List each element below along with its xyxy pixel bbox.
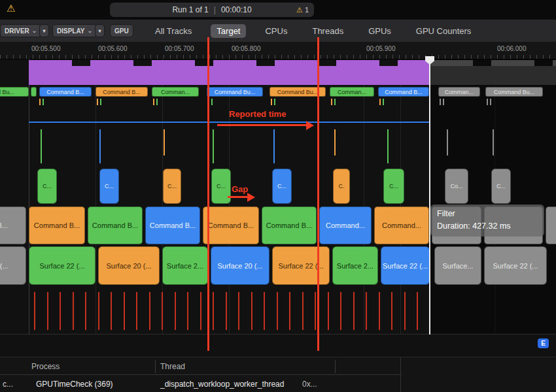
command-buffer-clip[interactable]: Command B... (378, 87, 429, 97)
timeline[interactable]: 00:05.50000:05.60000:05.70000:05.80000:0… (0, 42, 556, 357)
surface-clip[interactable]: Surface 20 (... (98, 246, 160, 285)
encoder-clip[interactable]: C... (383, 169, 404, 204)
command-buffer-clip[interactable]: Command B... (203, 206, 259, 244)
tab-gpu-counters[interactable]: GPU Counters (410, 24, 478, 38)
column-divider[interactable] (155, 360, 156, 373)
display-dropdown[interactable]: DISPLAY ⌄ (52, 24, 97, 37)
track-display-vsync[interactable] (0, 60, 556, 85)
truncated-cell: c... (3, 380, 13, 389)
timeline-ruler[interactable]: 00:05.50000:05.60000:05.70000:05.80000:0… (0, 42, 556, 59)
surface-clip[interactable]: e 20 (... (0, 246, 26, 285)
column-divider[interactable] (335, 360, 336, 373)
command-buffer-clip[interactable]: Command... (319, 206, 372, 244)
command-buffer-clip[interactable] (31, 87, 37, 97)
surface-clip[interactable]: Surface 22 (... (29, 246, 96, 285)
micro-tick (97, 99, 98, 105)
track-vsync-markers[interactable] (0, 292, 556, 330)
encoder-clip[interactable]: C... (211, 169, 231, 204)
driver-dropdown[interactable]: DRIVER ⌄ (0, 24, 41, 37)
tab-all-tracks[interactable]: All Tracks (149, 24, 198, 38)
encoder-clip-label: C... (105, 183, 114, 189)
tab-target[interactable]: Target (211, 24, 246, 38)
surface-clip-label: Surface 20 (... (217, 262, 262, 270)
encoder-clip[interactable]: Co... (445, 169, 468, 204)
driver-options-button[interactable]: ▾ (39, 24, 49, 37)
command-buffer-clip[interactable]: Command B... (145, 206, 200, 244)
command-buffer-clip[interactable]: Comman... (330, 87, 374, 97)
micro-tick (379, 99, 381, 105)
chevron-down-icon: ⌄ (32, 27, 37, 34)
micro-tick (153, 99, 154, 105)
track-surfaces[interactable]: e 20 (...Surface 22 (...Surface 20 (...S… (0, 246, 556, 285)
surface-clip[interactable]: Surface 2... (332, 246, 378, 285)
command-buffer-clip-label: Command... (382, 221, 421, 229)
command-buffer-clip[interactable]: nd B... (0, 206, 26, 244)
surface-clip[interactable]: Surface 22 (... (381, 246, 430, 285)
command-buffer-clip[interactable]: Command Bu... (207, 87, 263, 97)
command-buffer-clip[interactable]: Command B... (88, 206, 143, 244)
surface-clip[interactable]: Surface 22 (... (272, 246, 330, 285)
encoder-clip[interactable]: C... (37, 169, 57, 204)
toolbar: DRIVER ⌄ ▾ DISPLAY ⌄ ▾ GPU All TracksTar… (0, 20, 556, 42)
filter-tooltip: Filter Duration: 427.32 ms (430, 204, 544, 237)
surface-clip[interactable]: Surface 22 (... (484, 246, 547, 285)
thread-cell[interactable]: _dispatch_workloop_worker_thread (160, 380, 284, 389)
command-buffer-clip-label: Command Bu... (277, 89, 319, 95)
vsync-tick (111, 292, 112, 330)
ruler-label: 00:06.000 (497, 45, 527, 52)
track-signal-ticks[interactable] (0, 128, 556, 165)
warning-count-group[interactable]: ⚠ 1 (296, 6, 309, 14)
encoder-clip[interactable]: C... (99, 169, 119, 204)
display-options-button[interactable]: ▾ (95, 24, 105, 37)
chevron-down-icon: ⌄ (87, 27, 92, 34)
column-header-thread[interactable]: Thread (160, 362, 185, 371)
tab-cpus[interactable]: CPUs (259, 24, 293, 38)
pill-separator: | (214, 5, 216, 14)
command-buffer-clip[interactable]: Command B... (29, 206, 85, 244)
command-buffer-clip[interactable]: Command B... (262, 206, 317, 244)
encoder-clip[interactable]: C... (163, 169, 181, 204)
gap-arrow (228, 196, 249, 198)
command-buffer-clip-label: Comman... (445, 89, 474, 95)
column-header-process[interactable]: Process (31, 362, 60, 371)
command-buffer-clip[interactable]: and Bu... (0, 87, 29, 97)
command-buffer-clip[interactable]: Command Bu... (485, 87, 543, 97)
command-buffer-clip-label: Command Bu... (215, 89, 256, 95)
process-cell[interactable]: GPUTimeCheck (369) (36, 380, 113, 389)
tab-threads[interactable]: Threads (306, 24, 349, 38)
command-buffer-clip[interactable]: Command B... (96, 87, 148, 97)
micro-tick (156, 99, 158, 105)
track-command-buffers-top[interactable]: and Bu...Command B...Command B...Comman.… (0, 87, 556, 97)
surface-clip[interactable]: Surface 2... (162, 246, 208, 285)
encoder-clip[interactable]: C... (272, 169, 292, 204)
view-tabs: All TracksTargetCPUsThreadsGPUsGPU Count… (149, 20, 477, 42)
command-buffer-clip[interactable]: Command... (374, 206, 429, 244)
gpu-button[interactable]: GPU (110, 24, 133, 37)
command-buffer-clip[interactable]: Comman... (152, 87, 199, 97)
micro-tick (100, 99, 101, 105)
surface-clip[interactable]: Surface... (434, 246, 481, 285)
vsync-tick (187, 292, 188, 330)
encoder-clip-label: Co... (450, 183, 462, 189)
surface-clip-label: Surface 20 (... (106, 262, 151, 270)
address-cell[interactable]: 0x... (302, 380, 317, 389)
reported-time-annotation: Reported time (229, 109, 286, 119)
surface-clip[interactable]: Surface 20 (... (211, 246, 269, 285)
playhead-line[interactable] (429, 56, 430, 335)
command-buffer-clip-label: Comman... (161, 89, 190, 95)
annotation-red-line (207, 37, 209, 351)
chevron-down-icon: ▾ (43, 28, 45, 34)
reported-time-blue-line (29, 122, 430, 123)
command-buffer-clip[interactable]: Co... (546, 206, 556, 244)
encoder-clip[interactable]: C. (333, 169, 350, 204)
track-encoders[interactable]: C...C...C...C...C...C.C...Co...C... (0, 169, 556, 204)
tab-gpus[interactable]: GPUs (362, 24, 397, 38)
track-micro-ticks (0, 99, 556, 106)
run-status-pill[interactable]: Run 1 of 1 | 00:00:10 ⚠ 1 (110, 3, 314, 17)
encoder-clip[interactable]: C... (491, 169, 511, 204)
e-badge[interactable]: E (538, 338, 549, 348)
command-buffer-clip[interactable]: Command B... (39, 87, 92, 97)
warning-icon[interactable]: ⚠ (7, 3, 15, 13)
command-buffer-clip[interactable]: Comman... (438, 87, 480, 97)
vsync-tick (47, 292, 48, 330)
